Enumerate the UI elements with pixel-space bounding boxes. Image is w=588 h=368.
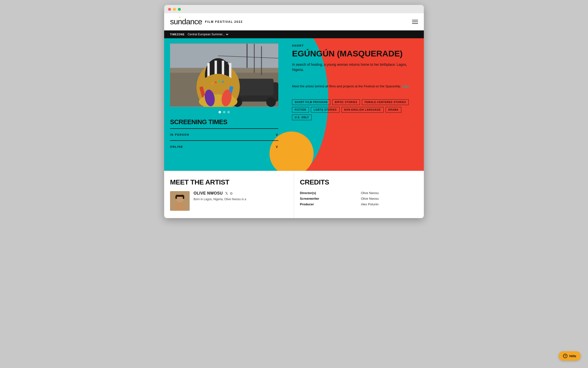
artist-name: OLIVE NWOSU (194, 191, 223, 196)
hamburger-line-2 (412, 22, 418, 22)
left-panel: SCREENING TIMES IN PERSON ∨ ONLINE ∨ (164, 38, 284, 171)
svg-rect-35 (176, 195, 184, 197)
carousel-dot-3[interactable] (227, 111, 230, 113)
film-image (170, 43, 278, 107)
film-tag[interactable]: U.S. ONLY (292, 115, 312, 120)
hamburger-menu[interactable] (412, 20, 418, 24)
spaceship-period: . (319, 89, 320, 93)
logo-sundance[interactable]: sundance (170, 17, 202, 26)
artist-info: OLIVE NWOSU 𝕏 ⊙ Born in Lagos, Nigeria, … (194, 191, 288, 201)
bottom-section: MEET THE ARTIST O (164, 171, 424, 218)
online-chevron: ∨ (275, 144, 278, 149)
svg-point-23 (222, 81, 224, 83)
film-description: In search of healing, a young woman retu… (292, 62, 416, 72)
screening-online-header[interactable]: ONLINE ∨ (170, 144, 278, 149)
in-person-label: IN PERSON (170, 133, 189, 136)
credits-section: CREDITS Director(s)Olive NwosuScreenwrit… (294, 171, 424, 218)
film-tag[interactable]: SHORT FILM PROGRAM (292, 99, 330, 105)
watch-qa-link[interactable]: Watch the Q&A (292, 76, 416, 80)
meet-artist-title: MEET THE ARTIST (170, 178, 288, 186)
film-tag[interactable]: FEMALE-CENTERED STORIES (362, 99, 409, 105)
credits-grid: Director(s)Olive NwosuScreenwriterOlive … (300, 191, 418, 206)
online-label: ONLINE (170, 145, 183, 148)
artist-bio: Born in Lagos, Nigeria, Olive Nwosu is a (194, 197, 288, 201)
help-label: Hilfe (569, 354, 576, 358)
film-title: EGÚNGÚN (MASQUERADE) (292, 49, 416, 58)
svg-rect-36 (175, 196, 177, 199)
carousel-dots (170, 111, 278, 113)
social-icons: 𝕏 ⊙ (225, 191, 233, 195)
carousel-dot-1[interactable] (219, 111, 221, 113)
credit-value: Olive Nwosu (361, 191, 418, 195)
spaceship-text: Meet the artists behind all films and pr… (292, 84, 416, 93)
timezone-bar: TIMEZONE Central European Summer... (164, 30, 424, 38)
hamburger-line-1 (412, 20, 418, 20)
help-icon: ? (563, 354, 567, 358)
browser-dot-red[interactable] (168, 8, 171, 11)
screening-in-person: IN PERSON ∨ (170, 128, 278, 140)
screening-title: SCREENING TIMES (170, 118, 278, 126)
logo-area: sundance FILM FESTIVAL 2022 (170, 17, 243, 26)
credit-value: Alex Polunin (361, 202, 418, 206)
film-tag[interactable]: DRAMA (386, 107, 401, 113)
film-tag[interactable]: BIPOC STORIES (332, 99, 360, 105)
credit-label: Screenwriter (300, 197, 357, 200)
right-panel: SHORT EGÚNGÚN (MASQUERADE) In search of … (284, 38, 424, 171)
main-content: SCREENING TIMES IN PERSON ∨ ONLINE ∨ (164, 38, 424, 171)
credit-label: Producer (300, 202, 357, 206)
film-type-badge: SHORT (292, 44, 416, 47)
timezone-label: TIMEZONE (170, 33, 185, 36)
credit-value: Olive Nwosu (361, 197, 418, 200)
svg-point-22 (218, 80, 220, 82)
logo-festival-text: FILM FESTIVAL 2022 (205, 20, 243, 24)
svg-point-10 (266, 97, 276, 107)
browser-dot-yellow[interactable] (173, 8, 176, 11)
credit-label: Director(s) (300, 191, 357, 195)
browser-dot-green[interactable] (178, 8, 181, 11)
film-tag[interactable]: FICTION (292, 107, 309, 113)
carousel-dot-2[interactable] (223, 111, 225, 113)
svg-rect-37 (183, 196, 184, 199)
svg-point-21 (215, 81, 217, 83)
twitter-icon[interactable]: 𝕏 (225, 191, 228, 195)
artist-row: OLIVE NWOSU 𝕏 ⊙ Born in Lagos, Nigeria, … (170, 191, 288, 211)
site-header: sundance FILM FESTIVAL 2022 (164, 13, 424, 30)
hamburger-line-3 (412, 23, 418, 24)
artist-photo (170, 191, 190, 211)
instagram-icon[interactable]: ⊙ (230, 191, 233, 195)
spaceship-text-main: Meet the artists behind all films and pr… (292, 84, 401, 88)
film-tag[interactable]: NON-ENGLISH LANGUAGE (342, 107, 384, 113)
tags-area: SHORT FILM PROGRAMBIPOC STORIESFEMALE-CE… (292, 99, 416, 120)
artist-name-row: OLIVE NWOSU 𝕏 ⊙ (194, 191, 288, 196)
screening-online: ONLINE ∨ (170, 140, 278, 152)
in-person-chevron: ∨ (275, 132, 278, 137)
timezone-select[interactable]: Central European Summer... (187, 32, 229, 36)
meet-artist-section: MEET THE ARTIST O (164, 171, 294, 218)
film-tag[interactable]: LGBTQ STORIES (311, 107, 340, 113)
screening-in-person-header[interactable]: IN PERSON ∨ (170, 132, 278, 137)
svg-point-24 (211, 83, 213, 84)
credits-title: CREDITS (300, 178, 418, 186)
help-button[interactable]: ? Hilfe (559, 351, 581, 361)
svg-rect-8 (235, 79, 273, 96)
